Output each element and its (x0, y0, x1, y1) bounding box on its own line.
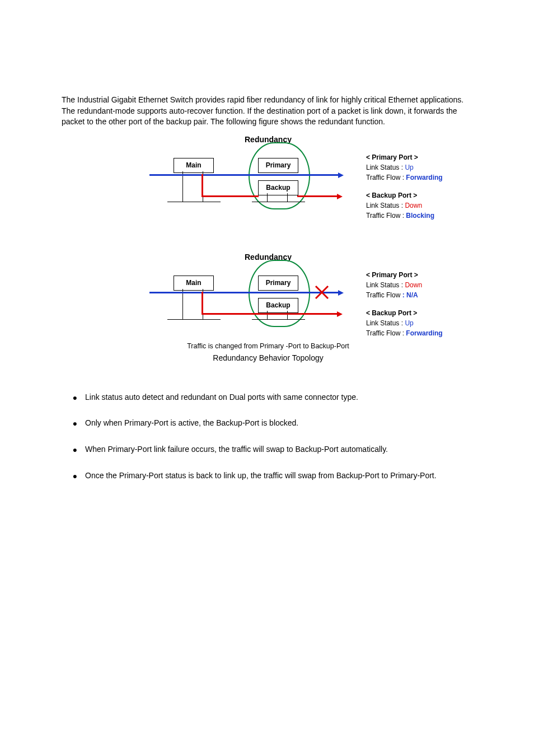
redundancy-diagram-failover: Redundancy Main Primary Backup < Primary… (92, 252, 444, 370)
primary-box: Primary (258, 158, 298, 173)
list-item: When Primary-Port link failure occurs, t… (83, 444, 475, 455)
legend-primary: < Primary Port > Link Status : Down Traf… (366, 270, 461, 300)
traffic-note: Traffic is changed from Primary -Port to… (92, 342, 444, 352)
primary-box: Primary (258, 276, 298, 291)
legend-primary: < Primary Port > Link Status : Up Traffi… (366, 152, 461, 183)
backup-box: Backup (258, 298, 298, 313)
intro-paragraph: The Industrial Gigabit Ethernet Switch p… (62, 95, 475, 128)
cross-icon (315, 285, 329, 300)
legend-backup: < Backup Port > Link Status : Up Traffic… (366, 308, 461, 338)
main-box: Main (174, 276, 214, 291)
redundancy-diagram-normal: Redundancy Main Primary Backup < Primary… (92, 134, 444, 230)
list-item: Link status auto detect and redundant on… (83, 392, 475, 403)
list-item: Only when Primary-Port is active, the Ba… (83, 418, 475, 429)
main-box: Main (174, 158, 214, 173)
backup-box: Backup (258, 180, 298, 195)
figure-caption: Redundancy Behavior Topology (92, 353, 444, 364)
feature-list: Link status auto detect and redundant on… (62, 392, 475, 481)
legend-backup: < Backup Port > Link Status : Down Traff… (366, 190, 461, 221)
list-item: Once the Primary-Port status is back to … (83, 470, 475, 482)
